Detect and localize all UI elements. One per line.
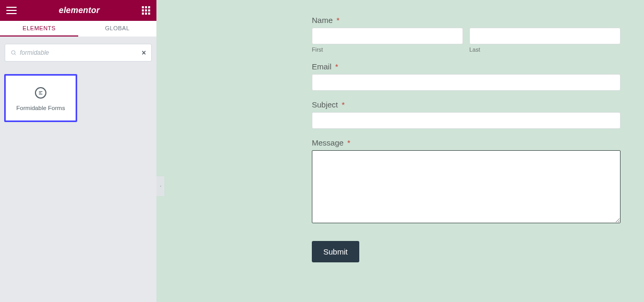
label-subject: Subject * <box>312 100 621 109</box>
email-input[interactable] <box>312 74 621 91</box>
submit-button[interactable]: Submit <box>312 241 359 262</box>
tab-elements[interactable]: ELEMENTS <box>0 21 78 37</box>
formidable-icon <box>35 87 46 99</box>
search-wrap: × <box>0 37 156 67</box>
required-marker: * <box>347 138 350 147</box>
required-marker: * <box>335 62 338 71</box>
label-name: Name * <box>312 16 621 25</box>
elementor-logo: elementor <box>59 6 100 15</box>
contact-form: Name * First Last Email * <box>312 16 621 262</box>
sidebar-header: elementor <box>0 0 156 21</box>
label-message-text: Message <box>312 138 344 147</box>
field-message: Message * <box>312 138 621 225</box>
collapse-sidebar-button[interactable] <box>156 176 164 196</box>
editor-canvas: Name * First Last Email * <box>156 0 644 302</box>
label-email-text: Email <box>312 62 332 71</box>
svg-line-1 <box>15 54 16 55</box>
last-name-input[interactable] <box>469 28 621 44</box>
required-marker: * <box>336 16 339 25</box>
widget-grid: Formidable Forms <box>0 67 156 129</box>
label-subject-text: Subject <box>312 100 338 109</box>
required-marker: * <box>342 100 345 109</box>
subject-input[interactable] <box>312 112 621 129</box>
elementor-sidebar: elementor ELEMENTS GLOBAL × <box>0 0 156 302</box>
widget-label: Formidable Forms <box>16 105 65 111</box>
sublabel-last: Last <box>469 46 621 53</box>
label-message: Message * <box>312 138 621 147</box>
tab-global[interactable]: GLOBAL <box>78 21 156 37</box>
first-name-input[interactable] <box>312 28 463 44</box>
field-email: Email * <box>312 62 621 91</box>
svg-point-0 <box>11 51 15 54</box>
label-email: Email * <box>312 62 621 71</box>
sidebar-tabs: ELEMENTS GLOBAL <box>0 21 156 37</box>
sublabel-first: First <box>312 46 463 53</box>
clear-search-icon[interactable]: × <box>142 49 146 57</box>
field-subject: Subject * <box>312 100 621 129</box>
field-name: Name * First Last <box>312 16 621 53</box>
search-input[interactable] <box>20 49 142 56</box>
menu-icon[interactable] <box>6 7 17 14</box>
message-textarea[interactable] <box>312 150 621 223</box>
search-box: × <box>5 44 152 62</box>
label-name-text: Name <box>312 16 333 25</box>
apps-grid-icon[interactable] <box>142 6 150 15</box>
search-icon <box>10 50 17 56</box>
widget-formidable-forms[interactable]: Formidable Forms <box>4 74 77 122</box>
